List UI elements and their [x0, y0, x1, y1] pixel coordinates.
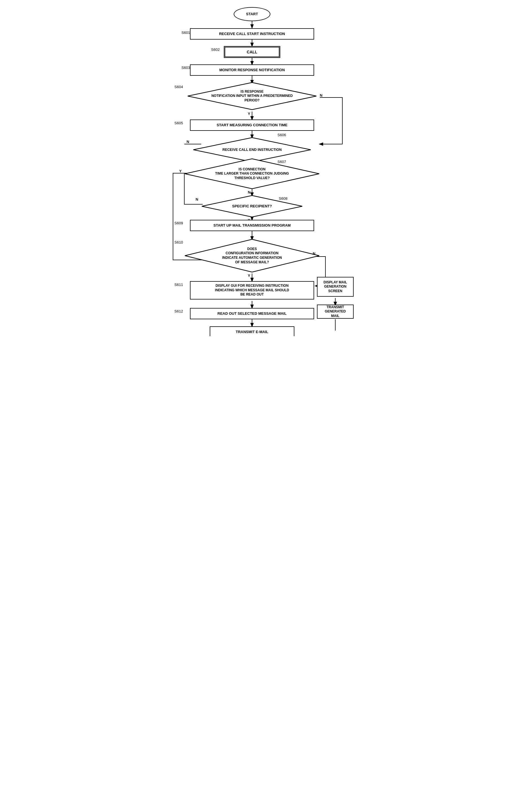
s612-text: READ OUT SELECTED MESSAGE MAIL: [218, 311, 287, 316]
s602-label: S602: [211, 47, 220, 52]
s608-n-label: N: [196, 197, 198, 201]
s605-text: START MEASURING CONNECTION TIME: [217, 123, 287, 128]
s606-n-label: N: [186, 140, 189, 144]
start-label: START: [246, 12, 258, 17]
s613-box: TRANSMIT E-MAIL: [210, 326, 294, 336]
s601-box: RECEIVE CALL START INSTRUCTION: [190, 28, 314, 40]
s604-diamond: IS RESPONSE NOTIFICATION INPUT WITHIN A …: [187, 82, 317, 110]
s609-box: START UP MAIL TRANSMISSION PROGRAM: [190, 220, 314, 231]
s603-text: MONITOR RESPONSE NOTIFICATION: [219, 68, 285, 72]
s609-label: S609: [175, 221, 183, 225]
s614-text: DISPLAY MAIL GENERATION SCREEN: [323, 280, 347, 294]
s604-label: S604: [175, 85, 183, 89]
flowchart: START S601 RECEIVE CALL START INSTRUCTIO…: [156, 6, 365, 330]
s610-label: S610: [175, 240, 183, 244]
s605-label: S605: [175, 121, 183, 125]
s607-text: IS CONNECTION TIME LARGER THAN CONNECTIO…: [215, 167, 289, 180]
s603-label: S603: [181, 66, 190, 70]
s602-text: CALL: [247, 49, 257, 55]
s610-text: DOES CONFIGURATION INFORMATION INDICATE …: [222, 247, 282, 264]
s601-label: S601: [181, 30, 190, 35]
s614-box: DISPLAY MAIL GENERATION SCREEN: [317, 277, 354, 297]
s611-label: S611: [175, 282, 183, 287]
s605-box: START MEASURING CONNECTION TIME: [190, 120, 314, 131]
s602-box: CALL: [224, 46, 280, 58]
s603-box: MONITOR RESPONSE NOTIFICATION: [190, 64, 314, 76]
s608-text: SPECIFIC RECIPIENT?: [232, 204, 272, 209]
s615-box: TRANSMIT GENERATED MAIL: [317, 304, 354, 319]
s606-label: S606: [277, 133, 286, 137]
s601-text: RECEIVE CALL START INSTRUCTION: [219, 31, 285, 37]
s612-box: READ OUT SELECTED MESSAGE MAIL: [190, 308, 314, 319]
s615-text: TRANSMIT GENERATED MAIL: [318, 305, 353, 318]
start-oval: START: [234, 7, 270, 21]
s604-y-label: Y: [248, 112, 250, 116]
s613-text: TRANSMIT E-MAIL: [236, 330, 268, 335]
s607-y-label: Y: [179, 169, 182, 173]
s607-diamond: IS CONNECTION TIME LARGER THAN CONNECTIO…: [184, 158, 320, 189]
s610-diamond: DOES CONFIGURATION INFORMATION INDICATE …: [184, 239, 320, 273]
s608-diamond: SPECIFIC RECIPIENT?: [201, 195, 303, 217]
s607-n-label: N: [248, 190, 250, 194]
s611-text: DISPLAY GUI FOR RECEIVING INSTRUCTION IN…: [215, 284, 289, 297]
s606-text: RECEIVE CALL END INSTRUCTION: [222, 148, 282, 152]
s610-y-label: Y: [248, 274, 250, 278]
s611-box: DISPLAY GUI FOR RECEIVING INSTRUCTION IN…: [190, 281, 314, 299]
s609-text: START UP MAIL TRANSMISSION PROGRAM: [213, 223, 291, 228]
s604-n-label: N: [320, 93, 322, 98]
s610-n-label: N: [313, 252, 315, 256]
s604-text: IS RESPONSE NOTIFICATION INPUT WITHIN A …: [211, 89, 293, 103]
s612-label: S612: [175, 309, 183, 313]
